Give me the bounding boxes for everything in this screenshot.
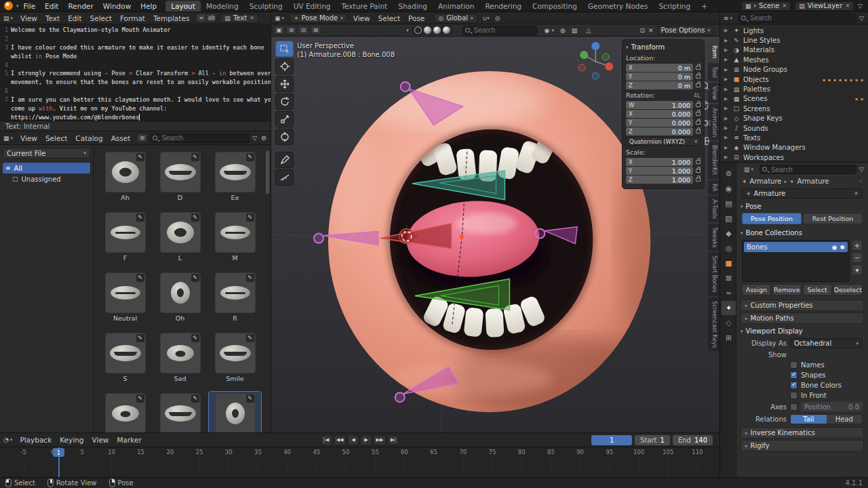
sidebar-tab[interactable]: Animation [708,104,719,140]
sidebar-tab[interactable]: Item [708,42,719,62]
outliner-item[interactable]: ▶ ⊞ Node Groups [720,65,868,75]
timeline-menu[interactable]: Keying [56,433,87,447]
workspace-tab[interactable]: Shading [393,1,433,12]
text-editor-menu[interactable]: Text [41,12,64,24]
expand-chevron-icon[interactable]: ▶ [724,28,730,33]
text-line[interactable]: movement, to ensure that the bones are r… [0,78,271,87]
outliner-item[interactable]: ▶ ≡ Texts [720,133,868,142]
timeline-menu[interactable]: Marker [113,433,145,447]
location-field[interactable]: Y0 m [626,73,701,81]
asset-item[interactable]: ✎ D [154,150,206,203]
gizmo-y-neg[interactable] [602,54,609,60]
display-as-dropdown[interactable]: Octahedral ▾ [790,338,863,348]
text-editor-menu[interactable]: Select [86,12,116,24]
text-line[interactable]: https://www.youtube.com/@blenderbones [0,113,271,121]
lock-icon[interactable] [696,75,701,79]
viewport-menu[interactable]: Pose [404,12,429,24]
asset-thumbnail[interactable]: ✎ [160,333,201,373]
playback-button[interactable]: ◀◀ [334,435,347,445]
options-x-icon[interactable]: ✕ [648,27,654,34]
properties-tab[interactable]: ⊞ [722,331,736,345]
catalog-item-all[interactable]: ≡ All [3,163,90,174]
text-editor-menu[interactable]: Templates [149,12,193,24]
editor-type-button[interactable]: ◔▾ [0,436,16,443]
viewport-3d[interactable]: User Perspective (1) Armature.008 : Bone… [271,37,720,432]
lock-icon[interactable] [696,112,701,116]
properties-tab[interactable]: ≈ [722,286,736,300]
collection-action-button[interactable]: Select [803,284,832,296]
lock-icon[interactable] [696,129,701,134]
outliner-item[interactable]: ▶ ⊡ Workspaces [720,152,868,162]
expand-chevron-icon[interactable]: ▶ [724,47,730,53]
overlays-icon[interactable]: ◍ [560,27,566,34]
timeline-menu[interactable]: View [88,433,113,447]
armature-datablock-field[interactable]: ✦Armature ✕ [742,188,863,199]
material-shading-icon[interactable] [433,26,441,34]
rotate-tool[interactable] [275,94,294,110]
axes-checkbox[interactable] [790,403,797,411]
rendered-shading-icon[interactable] [443,26,450,34]
asset-thumbnail[interactable]: ✎ [105,272,146,313]
timeline-menu[interactable]: Playback [16,433,56,447]
gizmo-x-axis[interactable] [605,62,613,70]
close-icon[interactable]: ✕ [783,3,787,9]
sidebar-tab[interactable]: RA [708,180,719,195]
asset-thumbnail[interactable]: ✎ [160,393,201,432]
asset-item[interactable]: ✎ L [154,211,206,263]
breadcrumb-data[interactable]: Armature [797,178,829,185]
editor-type-button[interactable]: ▦▾ [0,135,16,142]
checkbox[interactable] [790,392,797,399]
outliner-item[interactable]: ▶ □ Screens [720,104,868,113]
properties-tab[interactable]: ⊠ [722,271,736,285]
workspace-tab[interactable]: Scripting [653,1,696,12]
topbar-menu[interactable]: Help [136,0,161,12]
lock-icon[interactable] [696,83,701,87]
snap-magnet-icon[interactable]: ∪ [483,15,488,22]
gizmo-y-axis[interactable] [580,51,588,59]
topbar-menu[interactable]: Render [63,0,98,12]
lock-icon[interactable] [696,66,701,70]
expand-chevron-icon[interactable]: ▶ [724,96,730,102]
rotation-mode-dropdown[interactable]: Quaternion (WXYZ) ▾ [626,137,701,146]
workspace-tab[interactable]: Sculpting [244,1,288,12]
collapse-chevron-icon[interactable]: ▾ [741,329,743,334]
collection-action-button[interactable]: Deselect [833,284,863,296]
sidebar-tab[interactable]: Screencast Keys [708,298,719,351]
syntax-highlight-toggle-icon[interactable]: ab [206,14,216,22]
bone-collections-list[interactable]: Bones ◉✱ [742,240,850,282]
workspace-tab[interactable]: Geometry Nodes [583,1,654,12]
select-mode-invert-icon[interactable]: ⊠ [311,26,321,35]
gizmo-z-axis[interactable] [591,42,599,50]
editor-type-button[interactable]: ≡▾ [720,15,736,22]
viewport-menu[interactable]: Select [374,12,404,24]
topbar-menu[interactable]: File [19,0,41,12]
sidebar-tab[interactable]: A-Tools [708,196,719,222]
collapse-chevron-icon[interactable]: ▾ [741,204,743,209]
remove-collection-button[interactable]: − [852,252,863,263]
workspace-tab[interactable]: Layout [165,1,201,12]
gizmo-toggle-icon[interactable]: ⊡ [639,27,645,34]
sidebar-tab[interactable]: View [708,83,719,103]
catalog-item-unassigned[interactable]: □ Unassigned [9,174,90,184]
cursor-tool[interactable] [275,58,294,75]
shading-dropdown-icon[interactable]: ▾ [406,28,409,33]
notification-bell-icon[interactable]: △ [586,27,591,34]
asset-thumbnail[interactable]: ✎ [215,152,256,192]
filter-icon[interactable]: ▽ [859,166,864,173]
outliner-item[interactable]: ▶ ▲ Meshes [720,55,868,64]
workspace-tab[interactable]: Modeling [201,1,244,12]
properties-tab[interactable]: ◆ [722,226,736,241]
editor-type-button[interactable]: ▥▾ [741,166,757,173]
select-box-tool[interactable] [275,41,294,57]
scale-tool[interactable] [275,111,294,127]
asset-item[interactable]: ✎ M [209,211,261,263]
pose-position-button[interactable]: Pose Position [742,213,802,224]
filter-icon[interactable]: ▽ [859,15,864,22]
axes-position-field[interactable]: Position 0.0 [801,402,863,411]
properties-tab[interactable]: ◉ [722,182,736,196]
wireframe-shading-icon[interactable] [414,26,422,34]
sidebar-tab[interactable]: BlenderKit [708,142,719,178]
properties-tab[interactable]: ▧ [722,211,736,226]
asset-item[interactable]: ✎ Surprised [99,392,151,432]
playback-button[interactable]: ▶▶ [374,435,387,445]
